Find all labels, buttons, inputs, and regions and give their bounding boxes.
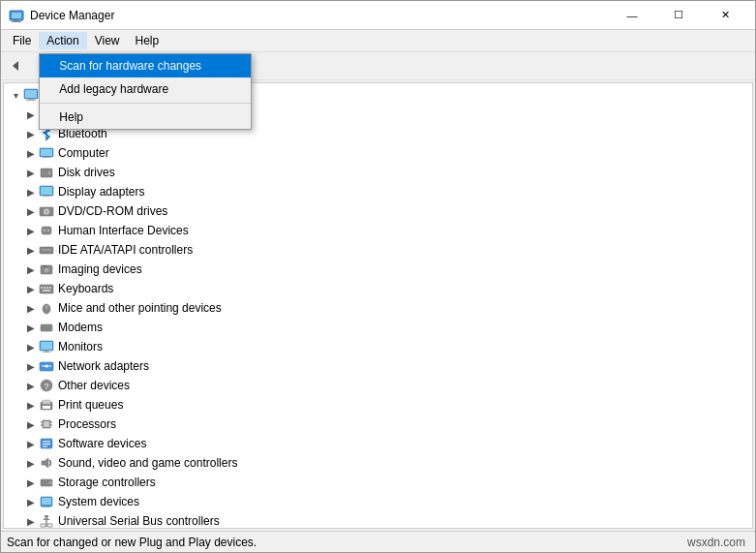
svg-point-53 <box>48 327 50 329</box>
ide-icon <box>39 242 54 258</box>
list-item[interactable]: ▶ Computer <box>4 143 752 163</box>
arrow: ▶ <box>23 475 39 490</box>
computer-icon <box>39 145 54 161</box>
svg-point-33 <box>45 211 47 213</box>
svg-rect-86 <box>47 524 52 527</box>
arrow: ▶ <box>23 397 39 413</box>
root-arrow: ▾ <box>8 87 23 103</box>
arrow: ▶ <box>23 165 39 180</box>
device-tree[interactable]: ▾ DESKTOP-ABC123 ▶ <box>3 82 753 529</box>
item-label: Universal Serial Bus controllers <box>58 514 220 528</box>
list-item[interactable]: ▶ Sound, video and game controllers <box>4 453 752 473</box>
svg-point-78 <box>49 481 52 484</box>
svg-rect-42 <box>40 285 53 293</box>
arrow: ▶ <box>23 107 39 122</box>
computer-icon <box>23 87 39 103</box>
list-item[interactable]: ▶ Modems <box>4 318 752 337</box>
list-item[interactable]: ▶ IDE ATA/ATAPI controllers <box>4 240 752 260</box>
svg-rect-29 <box>41 187 52 195</box>
list-item[interactable]: ▶ Storage controllers <box>4 473 752 492</box>
storage-icon <box>39 475 54 490</box>
arrow: ▶ <box>23 320 39 335</box>
list-item[interactable]: ▶ Mice and other pointing devices <box>4 298 752 318</box>
status-text: Scan for changed or new Plug and Play de… <box>7 536 687 549</box>
svg-rect-3 <box>12 21 21 22</box>
menu-file[interactable]: File <box>5 32 39 49</box>
svg-point-52 <box>45 327 47 329</box>
svg-rect-56 <box>45 351 48 352</box>
list-item[interactable]: ▶ System devices <box>4 492 752 511</box>
item-label: Display adapters <box>58 185 144 199</box>
list-item[interactable]: ▶ Network adapters <box>4 356 752 376</box>
svg-rect-44 <box>44 287 45 289</box>
svg-point-35 <box>44 230 45 231</box>
arrow: ▶ <box>23 378 39 393</box>
svg-rect-47 <box>43 290 50 292</box>
menu-add-legacy[interactable]: Add legacy hardware <box>40 77 251 101</box>
svg-rect-65 <box>43 406 50 409</box>
list-item[interactable]: ▶ ? Other devices <box>4 376 752 395</box>
svg-point-51 <box>43 327 45 329</box>
menu-action[interactable]: Action Scan for hardware changes Add leg… <box>39 32 86 49</box>
list-item[interactable]: ▶ Print queues <box>4 395 752 415</box>
list-item[interactable]: ▶ Software devices <box>4 434 752 453</box>
svg-rect-1 <box>12 13 21 18</box>
minimize-button[interactable]: — <box>610 2 654 29</box>
disk-icon <box>39 165 54 180</box>
svg-rect-55 <box>41 342 52 350</box>
arrow: ▶ <box>23 416 39 432</box>
item-label: Sound, video and game controllers <box>58 456 237 470</box>
sound-icon <box>39 455 54 471</box>
list-item[interactable]: ▶ Display adapters <box>4 182 752 201</box>
menu-help[interactable]: Help <box>40 106 251 129</box>
svg-rect-17 <box>25 90 37 98</box>
item-label: Processors <box>58 417 116 431</box>
menu-scan-hardware[interactable]: Scan for hardware changes <box>40 54 251 77</box>
hid-icon <box>39 223 54 238</box>
svg-marker-84 <box>43 517 50 520</box>
list-item[interactable]: ▶ Universal Serial Bus controllers <box>4 511 752 529</box>
list-item[interactable]: ▶ Keyboards <box>4 279 752 298</box>
item-label: Mice and other pointing devices <box>58 301 222 315</box>
keyboard-icon <box>39 281 54 296</box>
item-label: System devices <box>58 495 139 508</box>
maximize-button[interactable]: ☐ <box>656 2 701 29</box>
item-label: Human Interface Devices <box>58 224 189 237</box>
menu-help[interactable]: Help <box>128 32 167 49</box>
arrow: ▶ <box>23 455 39 471</box>
arrow: ▶ <box>23 436 39 451</box>
list-item[interactable]: ▶ Imaging devices <box>4 260 752 279</box>
software-icon <box>39 436 54 451</box>
arrow: ▶ <box>23 494 39 509</box>
arrow: ▶ <box>23 261 39 277</box>
svg-point-36 <box>47 230 49 231</box>
list-item[interactable]: ▶ Monitors <box>4 337 752 356</box>
svg-text:?: ? <box>44 382 48 391</box>
list-item[interactable]: ▶ Processors <box>4 415 752 434</box>
arrow: ▶ <box>23 358 39 374</box>
window: Device Manager — ☐ ✕ File Action Scan fo… <box>0 0 756 553</box>
list-item[interactable]: ▶ DVD/CD-ROM drives <box>4 201 752 221</box>
item-label: Other devices <box>58 379 130 392</box>
system-icon <box>39 494 54 509</box>
svg-rect-24 <box>41 149 52 156</box>
back-button[interactable] <box>5 54 28 77</box>
menu-separator <box>40 103 251 104</box>
print-icon <box>39 397 54 413</box>
arrow: ▶ <box>23 242 39 258</box>
list-item[interactable]: ▶ Disk drives <box>4 163 752 182</box>
item-label: Computer <box>58 146 109 160</box>
svg-marker-4 <box>13 61 18 71</box>
svg-rect-25 <box>43 157 50 158</box>
item-label: Keyboards <box>58 282 113 295</box>
svg-rect-57 <box>43 352 50 353</box>
item-label: Modems <box>58 321 103 334</box>
processor-icon <box>39 416 54 432</box>
svg-rect-64 <box>43 400 50 404</box>
item-label: IDE ATA/ATAPI controllers <box>58 243 193 257</box>
close-button[interactable]: ✕ <box>703 2 747 29</box>
menu-view[interactable]: View <box>87 32 128 49</box>
window-title: Device Manager <box>30 9 610 22</box>
list-item[interactable]: ▶ Human Interface Devices <box>4 221 752 240</box>
svg-marker-76 <box>42 458 48 468</box>
